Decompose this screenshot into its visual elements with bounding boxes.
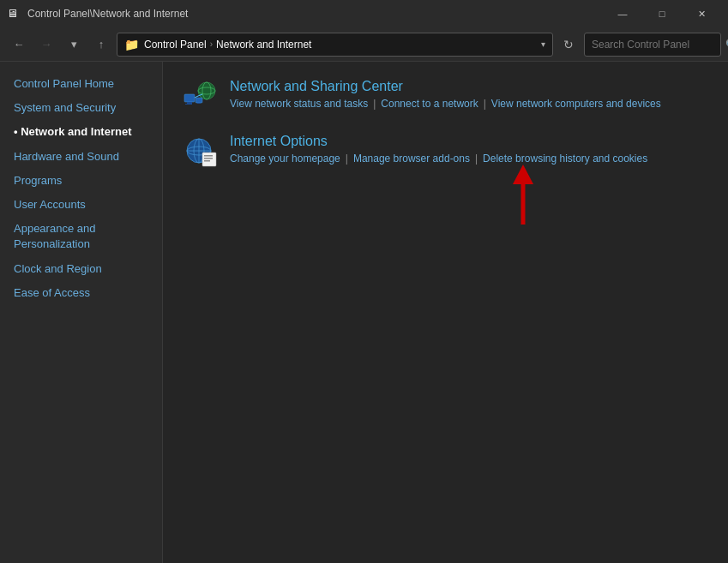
view-network-status-link[interactable]: View network status and tasks [230,98,368,110]
red-arrow-svg [497,160,549,229]
internet-options-icon-svg [184,134,218,168]
title-bar-controls: — □ ✕ [603,0,721,27]
network-sharing-links: View network status and tasks | Connect … [230,98,661,110]
sidebar-item-ease-of-access[interactable]: Ease of Access [0,281,162,305]
search-box[interactable]: 🔍 [584,33,721,57]
close-button[interactable]: ✕ [682,0,721,27]
manage-addons-link[interactable]: Manage browser add-ons [353,153,470,165]
network-icon-svg [184,79,218,113]
network-sharing-icon [184,79,218,113]
content-area: Control Panel Home System and Security N… [0,62,728,563]
sidebar-item-appearance-personalization[interactable]: Appearance and Personalization [0,217,162,256]
svg-rect-1 [187,102,192,104]
dropdown-button[interactable]: ▾ [62,33,86,57]
separator-1: | [373,98,376,110]
view-network-computers-link[interactable]: View network computers and devices [491,98,661,110]
forward-button[interactable]: → [34,33,58,57]
internet-options-content: Internet Options Change your homepage | … [230,134,647,165]
refresh-button[interactable]: ↻ [557,33,581,57]
path-segment-2[interactable]: Network and Internet [216,39,311,51]
sidebar-item-user-accounts[interactable]: User Accounts [0,193,162,217]
address-bar[interactable]: 📁 Control Panel › Network and Internet ▾ [117,33,553,57]
path-segment-1[interactable]: Control Panel [144,39,207,51]
main-content: Network and Sharing Center View network … [163,62,728,563]
internet-options-section: Internet Options Change your homepage | … [184,134,707,168]
annotation-arrow [497,160,549,231]
minimize-button[interactable]: — [603,0,642,27]
separator-3: | [346,153,348,165]
delete-history-link[interactable]: Delete browsing history and cookies [483,153,647,165]
search-input[interactable] [592,39,720,51]
sidebar-item-system-security[interactable]: System and Security [0,96,162,120]
path-chevron: › [210,39,213,49]
separator-2: | [484,98,486,110]
back-button[interactable]: ← [7,33,31,57]
network-sharing-section: Network and Sharing Center View network … [184,79,707,113]
svg-rect-9 [197,103,201,104]
sidebar-item-hardware-sound[interactable]: Hardware and Sound [0,145,162,169]
svg-point-3 [198,82,215,99]
internet-options-icon [184,134,218,168]
change-homepage-link[interactable]: Change your homepage [230,153,340,165]
title-bar-left: 🖥 Control Panel\Network and Internet [7,7,188,21]
sidebar-item-network-internet[interactable]: Network and Internet [0,120,162,144]
svg-rect-8 [196,98,202,103]
svg-rect-17 [202,153,216,166]
sidebar-item-clock-region[interactable]: Clock and Region [0,257,162,281]
svg-rect-20 [204,160,210,162]
svg-rect-19 [204,158,213,159]
window-icon: 🖥 [7,7,21,21]
connect-to-network-link[interactable]: Connect to a network [381,98,478,110]
up-button[interactable]: ↑ [89,33,113,57]
navigation-bar: ← → ▾ ↑ 📁 Control Panel › Network and In… [0,27,728,62]
sidebar: Control Panel Home System and Security N… [0,62,163,563]
title-bar: 🖥 Control Panel\Network and Internet — □… [0,0,728,27]
sidebar-item-programs[interactable]: Programs [0,169,162,193]
internet-options-links: Change your homepage | Manage browser ad… [230,153,647,165]
network-sharing-content: Network and Sharing Center View network … [230,79,661,110]
address-path: Control Panel › Network and Internet [144,39,536,51]
address-dropdown-icon[interactable]: ▾ [541,39,545,49]
network-sharing-title[interactable]: Network and Sharing Center [230,79,661,94]
separator-4: | [475,153,478,165]
folder-icon: 📁 [124,38,139,51]
internet-options-title[interactable]: Internet Options [230,134,647,149]
svg-rect-2 [185,104,192,105]
svg-rect-0 [184,94,195,102]
window-title: Control Panel\Network and Internet [27,8,188,20]
svg-rect-18 [204,155,213,157]
sidebar-item-control-panel-home[interactable]: Control Panel Home [0,72,162,96]
svg-line-6 [195,96,198,98]
maximize-button[interactable]: □ [642,0,682,27]
